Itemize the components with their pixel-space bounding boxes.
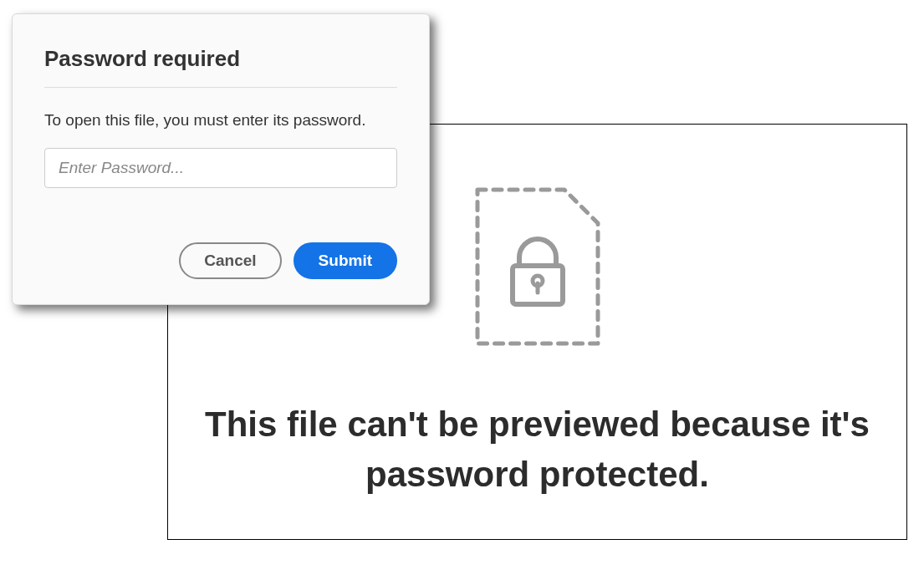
password-dialog: Password required To open this file, you… bbox=[12, 13, 430, 305]
dialog-instruction: To open this file, you must enter its pa… bbox=[44, 111, 397, 130]
submit-button[interactable]: Submit bbox=[294, 242, 397, 279]
dialog-title: Password required bbox=[44, 46, 397, 72]
locked-file-icon bbox=[471, 183, 605, 354]
cancel-button[interactable]: Cancel bbox=[179, 242, 281, 279]
password-input[interactable] bbox=[44, 148, 397, 188]
preview-message: This file can't be previewed because it'… bbox=[195, 399, 881, 499]
dialog-divider bbox=[44, 87, 397, 88]
dialog-buttons: Cancel Submit bbox=[44, 242, 397, 279]
